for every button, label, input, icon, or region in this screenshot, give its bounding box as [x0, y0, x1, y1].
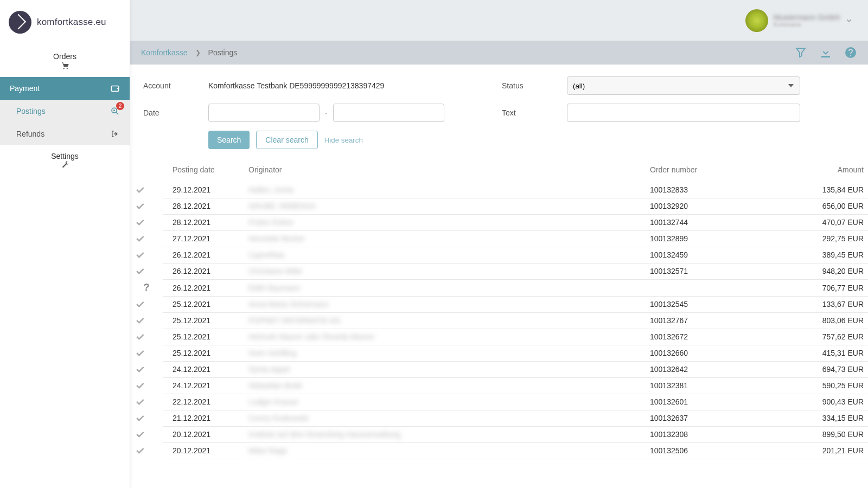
row-originator: Institute auf dem Rosenberg Hausverwaltu… [244, 426, 646, 442]
avatar-icon [745, 9, 768, 32]
table-row[interactable]: 20.12.2021Institute auf dem Rosenberg Ha… [130, 426, 868, 442]
row-date: 20.12.2021 [163, 442, 244, 459]
table-row[interactable]: 25.12.2021Helmuth Maurer oder Ricarda Ma… [130, 329, 868, 345]
row-order: 100132308 [646, 426, 781, 442]
nav-orders-label: Orders [53, 52, 76, 61]
row-order: 100132744 [646, 214, 781, 230]
row-date: 26.12.2021 [163, 247, 244, 263]
main-content: Mustermann GmbH Kontoname Komfortkasse ❯… [130, 0, 868, 488]
row-order: 100132571 [646, 263, 781, 279]
row-status-icon [130, 410, 163, 426]
row-date: 25.12.2021 [163, 329, 244, 345]
breadcrumb-root[interactable]: Komfortkasse [141, 48, 188, 57]
nav-settings[interactable]: Settings [0, 145, 130, 177]
nav-settings-label: Settings [51, 152, 79, 160]
col-amount[interactable]: Amount [781, 160, 868, 182]
nav-payment[interactable]: Payment [0, 77, 130, 100]
account-menu[interactable]: Mustermann GmbH Kontoname [745, 9, 853, 32]
help-icon[interactable] [844, 46, 857, 59]
col-posting-date[interactable]: Posting date [163, 160, 244, 182]
row-originator: Friske Online [244, 214, 646, 230]
row-status-icon [130, 198, 163, 214]
row-status-icon [130, 345, 163, 361]
text-label: Text [502, 108, 561, 117]
date-from-input[interactable] [208, 104, 320, 122]
date-range-sep: - [325, 108, 328, 117]
table-row[interactable]: 28.12.2021GRUBE, REBEKKA100132920656,00 … [130, 198, 868, 214]
postings-table-wrap: Posting date Originator Order number Amo… [130, 155, 868, 470]
row-status-icon [130, 230, 163, 247]
table-row[interactable]: 27.12.2021Henriette Becker100132899292,7… [130, 230, 868, 247]
row-amount: 899,50 EUR [781, 426, 868, 442]
row-amount: 900,43 EUR [781, 394, 868, 410]
row-amount: 694,73 EUR [781, 361, 868, 377]
row-date: 28.12.2021 [163, 198, 244, 214]
date-to-input[interactable] [333, 104, 444, 122]
row-amount: 135,84 EUR [781, 182, 868, 198]
table-row[interactable]: 24.12.2021Sylvia Appel100132642694,73 EU… [130, 361, 868, 377]
row-amount: 757,62 EUR [781, 329, 868, 345]
svg-point-0 [63, 68, 64, 69]
row-originator: Ludger Krause [244, 394, 646, 410]
search-button[interactable]: Search [208, 131, 250, 149]
chevron-right-icon: ❯ [195, 49, 201, 56]
search-money-icon: 2 [110, 106, 120, 116]
table-row[interactable]: 28.12.2021Friske Online100132744470,07 E… [130, 214, 868, 230]
row-status-icon [130, 296, 163, 312]
filter-panel: Account Komfortkasse Testbank DE59999999… [130, 65, 868, 155]
table-row[interactable]: 26.12.2021Cyprothias100132459389,45 EUR [130, 247, 868, 263]
row-amount: 133,67 EUR [781, 296, 868, 312]
table-row[interactable]: 21.12.2021Conny Grabowski100132637334,15… [130, 410, 868, 426]
row-amount: 470,07 EUR [781, 214, 868, 230]
row-amount: 292,75 EUR [781, 230, 868, 247]
table-row[interactable]: 26.12.2021Christiane Witte100132571948,2… [130, 263, 868, 279]
breadcrumb-bar: Komfortkasse ❯ Postings [130, 41, 868, 65]
row-order: 100132601 [646, 394, 781, 410]
row-status-icon [130, 182, 163, 198]
row-status-icon [130, 214, 163, 230]
row-originator: Sven Schilling [244, 345, 646, 361]
row-order: 100132833 [646, 182, 781, 198]
breadcrumb: Komfortkasse ❯ Postings [141, 48, 237, 57]
brand-name: komfortkasse.eu [37, 17, 106, 28]
nav-payment-label: Payment [10, 84, 40, 93]
row-order: 100132920 [646, 198, 781, 214]
row-originator: Helmuth Maurer oder Ricarda Maurer [244, 329, 646, 345]
row-order: 100132642 [646, 361, 781, 377]
wrench-icon [60, 160, 70, 170]
col-order-number[interactable]: Order number [646, 160, 781, 182]
table-row[interactable]: ?26.12.2021Edith Baumann706,77 EUR [130, 279, 868, 296]
page-actions [794, 46, 857, 59]
row-originator: GRUBE, REBEKKA [244, 198, 646, 214]
filter-icon[interactable] [794, 46, 807, 59]
row-status-icon [130, 263, 163, 279]
nav-postings[interactable]: Postings 2 [0, 100, 130, 123]
nav-refunds[interactable]: Refunds [0, 123, 130, 145]
clear-search-button[interactable]: Clear search [256, 131, 317, 149]
account-sub: Kontoname [774, 22, 840, 28]
status-select[interactable]: (all) [567, 76, 800, 95]
text-input[interactable] [567, 104, 800, 122]
hide-search-button[interactable]: Hide search [324, 136, 363, 144]
table-row[interactable]: 22.12.2021Ludger Krause100132601900,43 E… [130, 394, 868, 410]
table-row[interactable]: 25.12.2021Sven Schilling100132660415,31 … [130, 345, 868, 361]
row-amount: 415,31 EUR [781, 345, 868, 361]
row-amount: 803,06 EUR [781, 312, 868, 329]
table-row[interactable]: 24.12.2021Sebastian Bode100132381590,25 … [130, 377, 868, 394]
table-row[interactable]: 25.12.2021POPNET INFORMATIK AG1001327678… [130, 312, 868, 329]
row-order: 100132660 [646, 345, 781, 361]
row-order: 100132506 [646, 442, 781, 459]
nav-orders[interactable]: Orders [0, 46, 130, 77]
nav-postings-label: Postings [16, 107, 46, 115]
row-amount: 389,45 EUR [781, 247, 868, 263]
row-originator: Cyprothias [244, 247, 646, 263]
row-originator: Hallen, Greta [244, 182, 646, 198]
col-originator[interactable]: Originator [244, 160, 646, 182]
table-row[interactable]: 29.12.2021Hallen, Greta100132833135,84 E… [130, 182, 868, 198]
table-row[interactable]: 20.12.2021Milan Rapp100132506201,21 EUR [130, 442, 868, 459]
table-row[interactable]: 25.12.2021Anna-Maria Schürmann1001325451… [130, 296, 868, 312]
download-icon[interactable] [819, 46, 832, 59]
row-originator: Sylvia Appel [244, 361, 646, 377]
row-order: 100132767 [646, 312, 781, 329]
cart-icon [60, 61, 70, 70]
